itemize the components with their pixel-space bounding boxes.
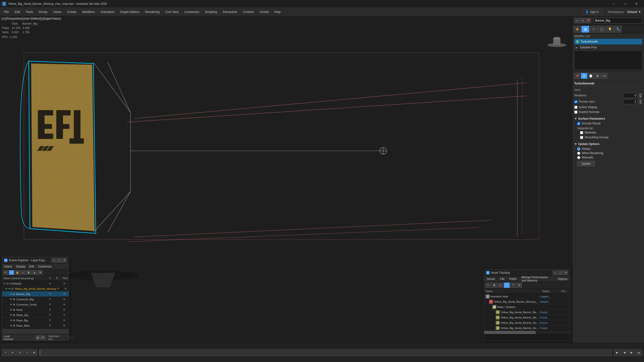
smoothing-groups-checkbox[interactable]	[580, 136, 583, 139]
bottom-tool-2[interactable]: ✛	[9, 349, 16, 356]
le-tool-up[interactable]: ▲	[32, 270, 37, 275]
render-iters-down[interactable]: ▼	[639, 102, 642, 104]
surface-params-header[interactable]: ▼ Surface Parameters	[574, 117, 642, 120]
modifier-tab[interactable]: ▦	[582, 26, 589, 32]
at-tool-settings[interactable]: ⚙	[516, 283, 522, 288]
le-menu-customize[interactable]: Customize	[36, 264, 54, 269]
smooth-result-row[interactable]: Smooth Result	[577, 122, 642, 125]
le-row-banner-big[interactable]: 👁 ◉ Banner_Big ❄ 👁	[2, 291, 69, 297]
time-slider[interactable]	[39, 349, 612, 356]
menu-edit[interactable]: Edit	[12, 8, 23, 16]
at-row-maxfile[interactable]: M Yellow_Big_Aerial_Banner_Mockup_max_vr…	[484, 299, 570, 304]
minimize-button[interactable]: ─	[608, 0, 619, 8]
le-footer-icon1[interactable]: ▤	[36, 336, 40, 340]
menu-animation[interactable]: Animation	[98, 8, 117, 16]
le-close-btn[interactable]: ✕	[62, 258, 67, 263]
maximize-button[interactable]: □	[620, 0, 630, 8]
le-tool-down[interactable]: ▼	[38, 270, 43, 275]
menu-customize[interactable]: Customize	[182, 8, 202, 16]
modifier-settings-btn[interactable]: ⚙	[581, 73, 587, 79]
le-row-rope-main[interactable]: 👁 ◉ Rope_Main ❄ 👁	[2, 323, 69, 328]
at-tool-new[interactable]: +	[485, 283, 491, 288]
at-menu-file[interactable]: File	[498, 276, 507, 282]
le-menu-display[interactable]: Display	[14, 264, 27, 269]
at-minimize-btn[interactable]: ─	[553, 270, 558, 275]
modifier-more-btn[interactable]: •••	[601, 73, 607, 79]
display-tab[interactable]: 💡	[606, 26, 614, 32]
le-minimize-btn[interactable]: ─	[52, 258, 56, 263]
at-menu-server[interactable]: Server	[484, 276, 498, 282]
object-name-input[interactable]	[594, 18, 642, 23]
at-close-btn[interactable]: ✕	[563, 270, 568, 275]
le-selection-set-input[interactable]	[60, 337, 74, 338]
update-options-header[interactable]: ▼ Update Options	[574, 142, 642, 146]
le-tool-filter[interactable]: ✕	[3, 270, 8, 275]
le-tool-add[interactable]: +	[20, 270, 26, 275]
menu-civil-view[interactable]: Civil View	[162, 8, 182, 16]
bottom-tool-1[interactable]: ↗	[2, 349, 8, 356]
bottom-tool-5[interactable]: ⊞	[31, 349, 37, 356]
modifier-turbosmooth[interactable]: TurboSmooth	[574, 39, 642, 44]
when-rendering-radio[interactable]	[577, 152, 580, 155]
le-scrollbar[interactable]	[2, 329, 69, 334]
at-row-vault[interactable]: V Autodesk Vault Logged...	[484, 294, 570, 299]
always-radio-row[interactable]: Always	[577, 147, 642, 150]
create-tab[interactable]: ⚡	[573, 26, 581, 32]
at-horizontal-scrollbar[interactable]	[484, 331, 570, 334]
modifier-delete-btn[interactable]: 🗑	[594, 73, 601, 79]
iterations-input[interactable]	[623, 93, 637, 98]
render-iters-checkbox[interactable]	[574, 100, 578, 103]
workspace-dropdown-icon[interactable]: ▼	[638, 10, 641, 14]
render-iters-input[interactable]	[623, 99, 637, 104]
at-maximize-btn[interactable]: □	[558, 270, 563, 275]
bottom-tool-4[interactable]: ⤢	[24, 349, 30, 356]
le-row-connector-small[interactable]: 👁 ◉ Connector_Small ❄ 👁	[2, 302, 69, 307]
at-menu-options[interactable]: Options	[556, 276, 570, 282]
at-tool-refresh[interactable]: ↻	[498, 283, 504, 288]
le-footer-icon2[interactable]: ⚙	[41, 336, 46, 340]
menu-arnold[interactable]: Arnold	[257, 8, 272, 16]
menu-views[interactable]: Views	[50, 8, 64, 16]
obj-list-btn[interactable]: ≡	[580, 18, 585, 23]
when-rendering-radio-row[interactable]: When Rendering	[577, 151, 642, 155]
le-row-hook[interactable]: 👁 ◉ Hook ❄ 👁	[2, 307, 69, 313]
isoline-display-checkbox[interactable]	[574, 106, 578, 109]
pin-btn[interactable]: 📌	[586, 18, 591, 23]
pin-modifier-btn[interactable]: 📌	[574, 73, 580, 79]
hierarchy-tab[interactable]: ↗	[590, 26, 597, 32]
le-footer-layer-input[interactable]	[14, 337, 34, 338]
modifier-copy-btn[interactable]: 📄	[588, 73, 594, 79]
utilities-tab[interactable]: 🔧	[614, 26, 622, 32]
le-menu-select[interactable]: Select	[2, 264, 14, 269]
menu-graph-editors[interactable]: Graph Editors	[117, 8, 142, 16]
update-button[interactable]: Update	[577, 161, 595, 166]
iterations-spinner[interactable]: ▲ ▼	[639, 93, 642, 98]
at-tool-help[interactable]: ?	[510, 283, 516, 288]
manually-radio-row[interactable]: Manually	[577, 156, 642, 159]
le-tool-delete[interactable]: 🗑	[26, 270, 31, 275]
bottom-prev-btn[interactable]: ◀	[621, 349, 628, 356]
materials-checkbox[interactable]	[580, 131, 583, 134]
menu-content[interactable]: Content	[240, 8, 257, 16]
bottom-end-btn[interactable]: ⏭	[636, 349, 642, 356]
sign-in-button[interactable]: 👤 Sign In	[582, 9, 602, 15]
le-row-connector-big[interactable]: 👁 ◉ Connector_Big ❄ 👁	[2, 297, 69, 302]
render-iters-spinner[interactable]: ▲ ▼	[639, 99, 642, 104]
workspace-name[interactable]: Default	[627, 10, 637, 14]
le-row-default[interactable]: 👁 ▤ 0 (default) ❄ 👁	[2, 281, 69, 286]
at-menu-paths[interactable]: Paths	[507, 276, 519, 282]
at-row-roughness[interactable]: 🖼 Yellow_Big_Aerial_Banner_Roughness.png…	[484, 325, 570, 331]
menu-scripting[interactable]: Scripting	[202, 8, 220, 16]
menu-tools[interactable]: Tools	[23, 8, 36, 16]
smooth-result-checkbox[interactable]	[577, 122, 580, 125]
le-maximize-btn[interactable]: □	[57, 258, 62, 263]
menu-help[interactable]: Help	[271, 8, 284, 16]
materials-row[interactable]: Materials	[580, 131, 642, 134]
at-tool-delete[interactable]: 🗑	[492, 283, 497, 288]
menu-rendering[interactable]: Rendering	[142, 8, 162, 16]
at-tool-list[interactable]: ≡	[504, 283, 510, 288]
iterations-up[interactable]: ▲	[639, 93, 642, 95]
new-scene-btn[interactable]: +	[574, 18, 580, 23]
manually-radio[interactable]	[577, 156, 580, 159]
bottom-next-btn[interactable]: ▶	[628, 349, 635, 356]
